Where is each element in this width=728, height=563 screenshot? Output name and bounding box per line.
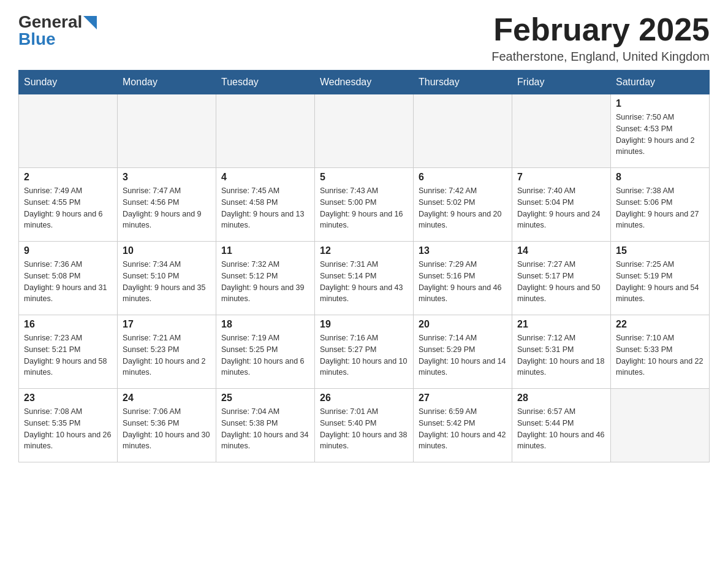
table-row: 1Sunrise: 7:50 AMSunset: 4:53 PMDaylight…: [611, 94, 710, 168]
day-info: Sunrise: 7:16 AMSunset: 5:27 PMDaylight:…: [320, 332, 408, 378]
day-number: 21: [517, 319, 605, 330]
day-number: 23: [24, 393, 112, 404]
day-number: 12: [320, 245, 408, 256]
table-row: 10Sunrise: 7:34 AMSunset: 5:10 PMDayligh…: [118, 242, 216, 315]
day-info: Sunrise: 7:12 AMSunset: 5:31 PMDaylight:…: [517, 332, 605, 378]
day-info: Sunrise: 7:19 AMSunset: 5:25 PMDaylight:…: [221, 332, 309, 378]
day-number: 19: [320, 319, 408, 330]
day-number: 2: [24, 172, 112, 183]
col-friday: Friday: [512, 71, 611, 94]
day-info: Sunrise: 7:23 AMSunset: 5:21 PMDaylight:…: [24, 332, 112, 378]
calendar-table: Sunday Monday Tuesday Wednesday Thursday…: [18, 70, 710, 462]
table-row: 15Sunrise: 7:25 AMSunset: 5:19 PMDayligh…: [611, 242, 710, 315]
day-number: 5: [320, 172, 408, 183]
col-monday: Monday: [118, 71, 216, 94]
day-info: Sunrise: 7:06 AMSunset: 5:36 PMDaylight:…: [123, 406, 211, 452]
calendar-week-row: 23Sunrise: 7:08 AMSunset: 5:35 PMDayligh…: [19, 389, 710, 462]
col-sunday: Sunday: [19, 71, 118, 94]
day-info: Sunrise: 7:31 AMSunset: 5:14 PMDaylight:…: [320, 259, 408, 305]
day-number: 4: [221, 172, 309, 183]
month-title: February 2025: [491, 12, 710, 47]
table-row: 11Sunrise: 7:32 AMSunset: 5:12 PMDayligh…: [216, 242, 315, 315]
table-row: 23Sunrise: 7:08 AMSunset: 5:35 PMDayligh…: [19, 389, 118, 462]
page-header: General Blue February 2025 Featherstone,…: [18, 12, 710, 64]
day-number: 15: [616, 245, 704, 256]
calendar-week-row: 16Sunrise: 7:23 AMSunset: 5:21 PMDayligh…: [19, 315, 710, 389]
day-number: 18: [221, 319, 309, 330]
table-row: [611, 389, 710, 462]
table-row: 13Sunrise: 7:29 AMSunset: 5:16 PMDayligh…: [414, 242, 512, 315]
table-row: 20Sunrise: 7:14 AMSunset: 5:29 PMDayligh…: [414, 315, 512, 389]
day-info: Sunrise: 7:14 AMSunset: 5:29 PMDaylight:…: [419, 332, 507, 378]
day-number: 8: [616, 172, 704, 183]
day-number: 28: [517, 393, 605, 404]
table-row: 19Sunrise: 7:16 AMSunset: 5:27 PMDayligh…: [315, 315, 414, 389]
calendar-week-row: 1Sunrise: 7:50 AMSunset: 4:53 PMDaylight…: [19, 94, 710, 168]
day-number: 10: [123, 245, 211, 256]
table-row: 22Sunrise: 7:10 AMSunset: 5:33 PMDayligh…: [611, 315, 710, 389]
table-row: 24Sunrise: 7:06 AMSunset: 5:36 PMDayligh…: [118, 389, 216, 462]
table-row: 7Sunrise: 7:40 AMSunset: 5:04 PMDaylight…: [512, 168, 611, 242]
day-info: Sunrise: 7:25 AMSunset: 5:19 PMDaylight:…: [616, 259, 704, 305]
title-section: February 2025 Featherstone, England, Uni…: [491, 12, 710, 64]
location: Featherstone, England, United Kingdom: [491, 50, 710, 64]
svg-marker-0: [83, 16, 97, 29]
day-info: Sunrise: 7:47 AMSunset: 4:56 PMDaylight:…: [123, 185, 211, 231]
calendar-week-row: 2Sunrise: 7:49 AMSunset: 4:55 PMDaylight…: [19, 168, 710, 242]
day-info: Sunrise: 7:34 AMSunset: 5:10 PMDaylight:…: [123, 259, 211, 305]
table-row: 4Sunrise: 7:45 AMSunset: 4:58 PMDaylight…: [216, 168, 315, 242]
day-number: 9: [24, 245, 112, 256]
day-number: 14: [517, 245, 605, 256]
table-row: 25Sunrise: 7:04 AMSunset: 5:38 PMDayligh…: [216, 389, 315, 462]
day-number: 17: [123, 319, 211, 330]
table-row: 8Sunrise: 7:38 AMSunset: 5:06 PMDaylight…: [611, 168, 710, 242]
day-info: Sunrise: 7:45 AMSunset: 4:58 PMDaylight:…: [221, 185, 309, 231]
day-info: Sunrise: 6:59 AMSunset: 5:42 PMDaylight:…: [419, 406, 507, 452]
day-number: 13: [419, 245, 507, 256]
table-row: 12Sunrise: 7:31 AMSunset: 5:14 PMDayligh…: [315, 242, 414, 315]
table-row: 18Sunrise: 7:19 AMSunset: 5:25 PMDayligh…: [216, 315, 315, 389]
day-info: Sunrise: 7:36 AMSunset: 5:08 PMDaylight:…: [24, 259, 112, 305]
day-number: 1: [616, 98, 704, 109]
day-number: 22: [616, 319, 704, 330]
day-info: Sunrise: 7:43 AMSunset: 5:00 PMDaylight:…: [320, 185, 408, 231]
day-info: Sunrise: 7:42 AMSunset: 5:02 PMDaylight:…: [419, 185, 507, 231]
calendar-week-row: 9Sunrise: 7:36 AMSunset: 5:08 PMDaylight…: [19, 242, 710, 315]
day-number: 7: [517, 172, 605, 183]
table-row: [19, 94, 118, 168]
table-row: 14Sunrise: 7:27 AMSunset: 5:17 PMDayligh…: [512, 242, 611, 315]
day-info: Sunrise: 7:10 AMSunset: 5:33 PMDaylight:…: [616, 332, 704, 378]
table-row: 17Sunrise: 7:21 AMSunset: 5:23 PMDayligh…: [118, 315, 216, 389]
day-info: Sunrise: 7:50 AMSunset: 4:53 PMDaylight:…: [616, 112, 704, 158]
day-info: Sunrise: 7:04 AMSunset: 5:38 PMDaylight:…: [221, 406, 309, 452]
day-number: 25: [221, 393, 309, 404]
day-number: 27: [419, 393, 507, 404]
day-number: 24: [123, 393, 211, 404]
calendar-header-row: Sunday Monday Tuesday Wednesday Thursday…: [19, 71, 710, 94]
col-tuesday: Tuesday: [216, 71, 315, 94]
day-number: 16: [24, 319, 112, 330]
day-info: Sunrise: 6:57 AMSunset: 5:44 PMDaylight:…: [517, 406, 605, 452]
day-number: 26: [320, 393, 408, 404]
table-row: 3Sunrise: 7:47 AMSunset: 4:56 PMDaylight…: [118, 168, 216, 242]
day-info: Sunrise: 7:49 AMSunset: 4:55 PMDaylight:…: [24, 185, 112, 231]
col-thursday: Thursday: [414, 71, 512, 94]
col-wednesday: Wednesday: [315, 71, 414, 94]
logo: General Blue: [18, 12, 97, 49]
day-info: Sunrise: 7:21 AMSunset: 5:23 PMDaylight:…: [123, 332, 211, 378]
day-info: Sunrise: 7:08 AMSunset: 5:35 PMDaylight:…: [24, 406, 112, 452]
day-info: Sunrise: 7:29 AMSunset: 5:16 PMDaylight:…: [419, 259, 507, 305]
day-number: 6: [419, 172, 507, 183]
day-number: 3: [123, 172, 211, 183]
table-row: [315, 94, 414, 168]
table-row: [414, 94, 512, 168]
day-info: Sunrise: 7:27 AMSunset: 5:17 PMDaylight:…: [517, 259, 605, 305]
logo-arrow-icon: [83, 16, 97, 29]
table-row: 21Sunrise: 7:12 AMSunset: 5:31 PMDayligh…: [512, 315, 611, 389]
table-row: 5Sunrise: 7:43 AMSunset: 5:00 PMDaylight…: [315, 168, 414, 242]
table-row: 28Sunrise: 6:57 AMSunset: 5:44 PMDayligh…: [512, 389, 611, 462]
table-row: 6Sunrise: 7:42 AMSunset: 5:02 PMDaylight…: [414, 168, 512, 242]
table-row: 27Sunrise: 6:59 AMSunset: 5:42 PMDayligh…: [414, 389, 512, 462]
table-row: 2Sunrise: 7:49 AMSunset: 4:55 PMDaylight…: [19, 168, 118, 242]
day-number: 20: [419, 319, 507, 330]
